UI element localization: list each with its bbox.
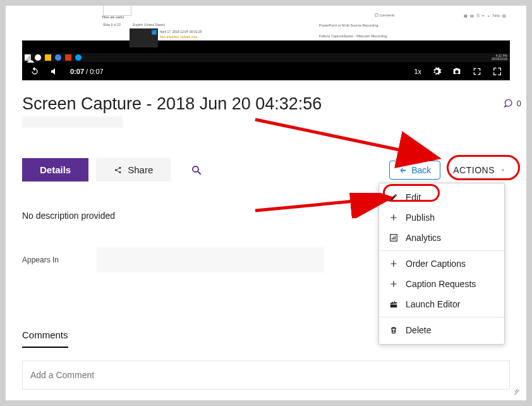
clapper-icon (389, 300, 398, 309)
comments-label-small: 💬 Comments (375, 13, 395, 17)
actions-menu: Edit Publish Analytics Order Captions Ca… (378, 183, 505, 345)
menu-edit[interactable]: Edit (379, 187, 504, 207)
menu-launch-editor[interactable]: Launch Editor (379, 294, 504, 314)
windows-taskbar: 4:32 PM20/06/2018 (22, 53, 510, 62)
trash-icon (389, 326, 398, 335)
video-content-mock: Titles are useful Slide 9 of 23 English … (22, 6, 510, 40)
language-label: English (United States) (133, 23, 165, 27)
volume-icon[interactable] (50, 66, 60, 77)
tab-row: Details Share Back ACTIONS (22, 158, 510, 181)
svg-point-2 (119, 171, 121, 173)
pencil-icon (389, 193, 398, 202)
tab-details[interactable]: Details (22, 158, 88, 181)
back-button[interactable]: Back (389, 161, 440, 180)
share-icon (114, 166, 123, 175)
actions-button[interactable]: ACTIONS (449, 163, 510, 178)
page-title: Screen Capture - 2018 Jun 20 04:32:56 (22, 94, 510, 114)
time-display: 0:07 / 0:07 (70, 68, 104, 75)
slide-thumbnail (103, 6, 131, 16)
svg-rect-8 (395, 236, 396, 240)
fullscreen-icon[interactable] (492, 66, 502, 77)
menu-caption-requests[interactable]: Caption Requests (379, 274, 504, 294)
replay-icon[interactable] (30, 66, 40, 77)
resize-handle[interactable] (511, 385, 520, 394)
svg-point-3 (193, 166, 198, 172)
upload-warning: Not uploaded. Upload now. (160, 35, 198, 39)
appears-in-redacted (97, 247, 324, 273)
upload-thumbnail: 🔊 (130, 28, 158, 47)
camera-icon[interactable] (452, 66, 462, 77)
recording-type-2: Kaltura CaptureSpace - Webcam Recording (319, 34, 387, 38)
search-taskbar-icon (35, 54, 41, 61)
svg-line-4 (198, 171, 201, 175)
menu-analytics[interactable]: Analytics (379, 228, 504, 248)
arrow-left-icon (399, 166, 408, 174)
video-controls-bar: 0:07 / 0:07 1x (22, 63, 510, 80)
expand-icon[interactable] (472, 66, 482, 77)
chart-icon (389, 233, 398, 242)
plus-icon (389, 280, 398, 288)
menu-order-captions[interactable]: Order Captions (379, 254, 504, 274)
appears-in-label: Appears In (22, 255, 59, 264)
svg-rect-7 (393, 237, 394, 240)
svg-point-0 (115, 169, 117, 171)
playback-speed[interactable]: 1x (414, 68, 421, 75)
slide-counter: Slide 9 of 23 (103, 23, 121, 27)
video-player: Titles are useful Slide 9 of 23 English … (22, 6, 510, 80)
tab-share[interactable]: Share (96, 158, 171, 181)
app-window: Titles are useful Slide 9 of 23 English … (6, 6, 526, 400)
app-icon (75, 54, 82, 61)
menu-separator (379, 317, 504, 317)
speaker-icon: 🔊 (152, 30, 157, 35)
recording-duration: 00:01:25 (190, 30, 202, 34)
plus-icon (389, 259, 398, 268)
powerpoint-icon (65, 54, 71, 61)
search-icon[interactable] (191, 164, 202, 176)
svg-point-1 (119, 167, 121, 169)
gear-icon[interactable] (432, 66, 442, 77)
plus-icon (389, 213, 398, 222)
recording-type-1: PowerPoint or Multi-Source Recording (319, 23, 378, 27)
recording-date: April 17, 2018 12:04 (160, 30, 188, 34)
menu-separator (379, 250, 504, 251)
chevron-down-icon (500, 167, 506, 173)
svg-rect-6 (392, 238, 392, 240)
view-toolbar: ▦▤☰━+ 74%▧ (464, 13, 506, 18)
comment-icon (503, 98, 513, 108)
system-clock: 4:32 PM20/06/2018 (492, 54, 507, 61)
comments-heading: Comments (22, 329, 68, 348)
chrome-icon (55, 54, 61, 61)
folder-icon (45, 54, 51, 61)
comment-input[interactable] (22, 360, 510, 390)
menu-publish[interactable]: Publish (379, 207, 504, 228)
menu-delete[interactable]: Delete (379, 320, 504, 340)
slide-title-label: Titles are useful (102, 15, 124, 19)
comments-count[interactable]: 0 (503, 98, 521, 108)
owner-name-redacted (22, 116, 123, 128)
